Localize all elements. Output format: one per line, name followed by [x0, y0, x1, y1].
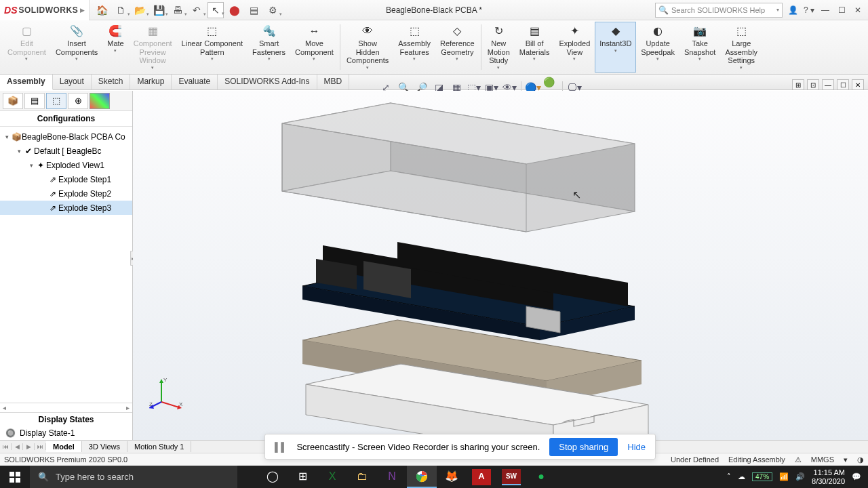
rebuild-button[interactable]: ⬤ [226, 2, 243, 18]
tree-scrollbar[interactable]: ◂▸ [0, 403, 132, 412]
dimxpert-tab[interactable]: ⊕ [68, 93, 88, 109]
excel-app[interactable]: X [317, 466, 347, 488]
solidworks-app[interactable]: SW [502, 469, 521, 485]
doc-tab-motion-study-1[interactable]: Motion Study 1 [127, 441, 191, 452]
status-units[interactable]: MMGS [811, 455, 834, 464]
save-button[interactable]: 💾▾ [151, 2, 167, 18]
cloud-icon[interactable]: ☁ [738, 472, 745, 481]
clock[interactable]: 11:15 AM 8/30/2020 [812, 468, 845, 485]
feature-tree-tab[interactable]: 📦 [3, 93, 23, 109]
status-warning-icon[interactable]: ⚠ [795, 455, 802, 464]
tab-sketch[interactable]: Sketch [92, 75, 131, 89]
instant3d-button[interactable]: ◆Instant3D▾ [595, 22, 636, 73]
tree-item[interactable]: ▾✦Exploded View1 [0, 158, 132, 172]
reference-geometry-button[interactable]: ◇ReferenceGeometry▾ [435, 22, 479, 73]
clock-date: 8/30/2020 [812, 477, 845, 485]
home-button[interactable]: 🏠 [94, 2, 110, 18]
onenote-app[interactable]: N [377, 466, 407, 488]
large-assembly-settings-button[interactable]: ⬚LargeAssemblySettings▾ [720, 22, 762, 73]
billof-materials-button[interactable]: ▤Bill ofMaterials▾ [515, 22, 555, 73]
update-speedpak-button[interactable]: ◐UpdateSpeedpak▾ [636, 22, 679, 73]
search-placeholder: Search SOLIDWORKS Help [671, 6, 765, 14]
mate-button[interactable]: 🧲Mate▾ [102, 22, 128, 73]
exploded-view-button[interactable]: ✦ExplodedView▾ [554, 22, 595, 73]
status-menu-icon[interactable]: ▾ [844, 455, 848, 464]
viewport-close-button[interactable]: ✕ [852, 79, 864, 90]
tray-overflow-button[interactable]: ˄ [727, 472, 731, 481]
hide-notification-button[interactable]: Hide [627, 442, 646, 452]
show-hidden-components-button[interactable]: 👁ShowHiddenComponents▾ [342, 22, 393, 73]
tree-item[interactable]: ⇗Explode Step2 [0, 186, 132, 201]
new-button[interactable]: 🗋▾ [113, 2, 129, 18]
tree-twisty-icon[interactable]: ▾ [3, 134, 11, 140]
ribbon-icon: ◆ [612, 24, 620, 39]
display-state-label: Display State-1 [20, 428, 75, 438]
print-button[interactable]: 🖶▾ [170, 2, 186, 18]
user-button[interactable]: 👤 [787, 4, 799, 16]
doc-tab-3d-views[interactable]: 3D Views [82, 441, 127, 452]
configuration-manager-tab[interactable]: ⬚ [46, 93, 66, 109]
status-custom-icon[interactable]: ◑ [857, 455, 864, 464]
tab-nav-buttons[interactable]: ⏮◀▶⏭ [0, 443, 46, 450]
ribbon-icon: ▦ [148, 24, 158, 39]
select-button[interactable]: ↖▾ [208, 2, 224, 18]
tree-item[interactable]: ▾📦BeagleBone-Black PCBA Co [0, 129, 132, 144]
viewport-tile-button[interactable]: ⊞ [792, 79, 804, 90]
tree-twisty-icon[interactable]: ▾ [27, 162, 35, 169]
options-list-button[interactable]: ▤ [245, 2, 262, 18]
tab-layout[interactable]: Layout [53, 75, 92, 89]
property-manager-tab[interactable]: ▤ [24, 93, 45, 109]
take-snapshot-button[interactable]: 📷TakeSnapshot▾ [679, 22, 720, 73]
minimize-button[interactable]: — [819, 4, 831, 16]
linearcomponent-pattern-button[interactable]: ⬚Linear ComponentPattern▾ [177, 22, 248, 73]
open-button[interactable]: 📂▾ [132, 2, 148, 18]
tree-item[interactable]: ⇗Explode Step1 [0, 172, 132, 186]
mouse-cursor-icon: ↖ [572, 188, 581, 201]
chrome-app[interactable] [407, 466, 437, 488]
cortana-button[interactable]: ◯ [258, 466, 288, 488]
assembly-features-button[interactable]: ⬚AssemblyFeatures▾ [393, 22, 435, 73]
maximize-button[interactable]: ☐ [835, 4, 848, 16]
smart-fasteners-button[interactable]: 🔩SmartFasteners▾ [248, 22, 290, 73]
new-motion-study-button[interactable]: ↻NewMotionStudy▾ [483, 22, 515, 73]
insert-components-button[interactable]: 📎InsertComponents▾ [51, 22, 102, 73]
acrobat-app[interactable]: A [472, 469, 491, 485]
start-button[interactable] [0, 466, 30, 488]
display-state-item[interactable]: 🔘 Display State-1 [0, 426, 132, 440]
viewport-expand-button[interactable]: ⊡ [807, 79, 819, 90]
tree-item[interactable]: ⇗Explode Step3 [0, 201, 132, 215]
tab-mbd[interactable]: MBD [317, 75, 350, 89]
tab-evaluate[interactable]: Evaluate [172, 75, 218, 89]
graphics-viewport[interactable]: ↖ Y X Z [133, 91, 868, 440]
volume-icon[interactable]: 🔊 [795, 472, 805, 481]
tab-markup[interactable]: Markup [130, 75, 172, 89]
ribbon-icon: ◇ [453, 24, 461, 39]
move-component-button[interactable]: ↔MoveComponent▾ [290, 22, 338, 73]
display-manager-tab[interactable] [90, 93, 110, 109]
firefox-app[interactable]: 🦊 [437, 466, 467, 488]
stop-sharing-button[interactable]: Stop sharing [549, 438, 618, 456]
tree-twisty-icon[interactable]: ▾ [15, 148, 23, 155]
sphere-icon: 🔘 [5, 428, 16, 438]
notifications-button[interactable]: 💬 [852, 472, 861, 481]
battery-indicator[interactable]: 47% [752, 472, 772, 481]
doc-tab-model[interactable]: Model [46, 441, 82, 452]
spotify-app[interactable]: ● [526, 466, 556, 488]
viewport-minimize-button[interactable]: — [822, 79, 834, 90]
app-menu-button[interactable]: DS SOLIDWORKS ▶ [0, 0, 90, 20]
tab-assembly[interactable]: Assembly [0, 75, 53, 90]
undo-button[interactable]: ↶▾ [189, 2, 205, 18]
taskbar-search-input[interactable]: 🔍 Type here to search [30, 466, 237, 488]
viewport-maximize-button[interactable]: ☐ [837, 79, 849, 90]
tree-item[interactable]: ▾✔Default [ BeagleBc [0, 144, 132, 158]
wifi-icon[interactable]: 📶 [779, 472, 789, 481]
task-view-button[interactable]: ⊞ [288, 466, 317, 488]
help-search-input[interactable]: 🔍 Search SOLIDWORKS Help ▾ [655, 3, 783, 18]
file-explorer-app[interactable]: 🗀 [347, 466, 377, 488]
configuration-tree[interactable]: ▾📦BeagleBone-Black PCBA Co▾✔Default [ Be… [0, 127, 132, 403]
settings-button[interactable]: ⚙▾ [264, 2, 281, 18]
close-button[interactable]: ✕ [852, 4, 864, 16]
help-button[interactable]: ? ▾ [803, 4, 815, 16]
tab-solidworks-add-ins[interactable]: SOLIDWORKS Add-Ins [218, 75, 317, 89]
orientation-triad[interactable]: Y X Z [149, 376, 183, 410]
